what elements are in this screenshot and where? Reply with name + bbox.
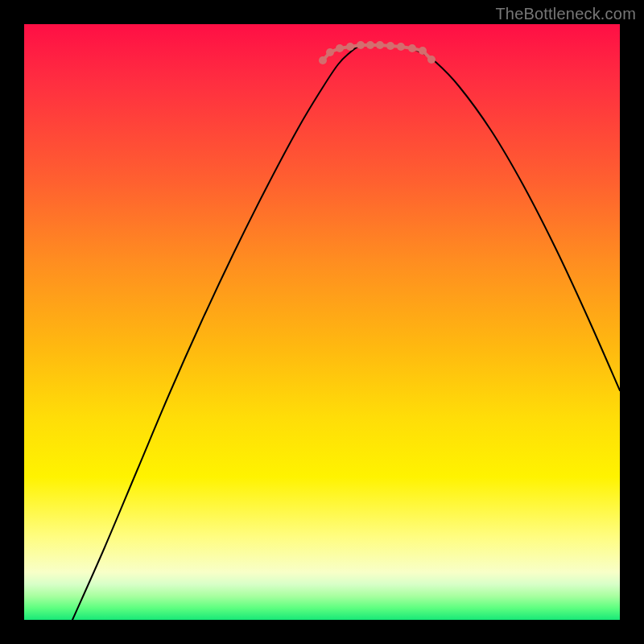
watermark-text: TheBottleneck.com [495,5,636,23]
chart-frame: TheBottleneck.com [0,0,644,644]
curve-line [72,45,620,620]
chart-plot-area [24,24,620,620]
chart-svg [24,24,620,620]
